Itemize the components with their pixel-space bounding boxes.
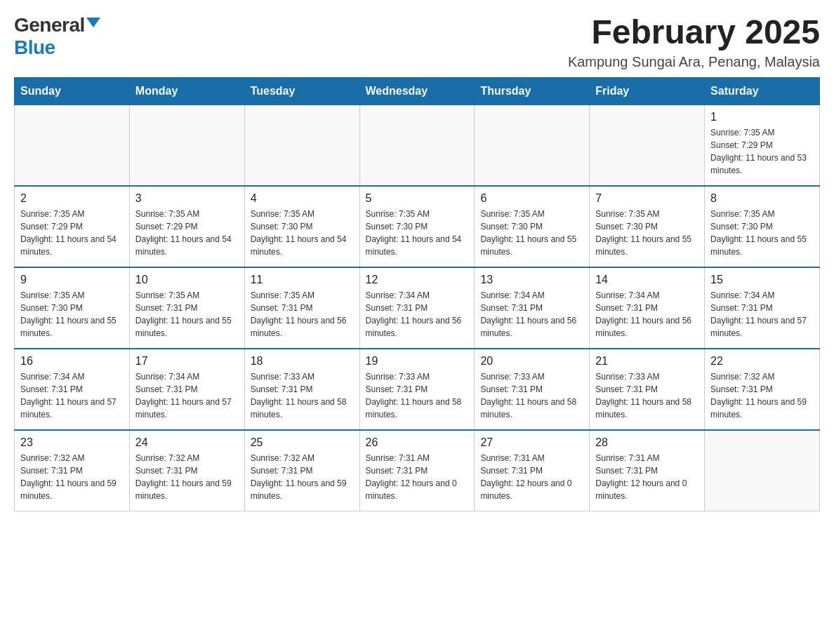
calendar-cell: 2Sunrise: 7:35 AMSunset: 7:29 PMDaylight…: [15, 186, 130, 267]
calendar-cell: 24Sunrise: 7:32 AMSunset: 7:31 PMDayligh…: [129, 430, 244, 511]
day-number: 4: [251, 192, 354, 205]
calendar-cell: 9Sunrise: 7:35 AMSunset: 7:30 PMDaylight…: [15, 267, 130, 349]
calendar-cell: [15, 105, 130, 186]
calendar-cell: 4Sunrise: 7:35 AMSunset: 7:30 PMDaylight…: [244, 186, 359, 267]
col-wednesday: Wednesday: [359, 77, 475, 105]
day-number: 20: [480, 355, 583, 368]
calendar-cell: 19Sunrise: 7:33 AMSunset: 7:31 PMDayligh…: [359, 349, 475, 430]
day-number: 16: [20, 355, 124, 368]
calendar-cell: 11Sunrise: 7:35 AMSunset: 7:31 PMDayligh…: [244, 267, 359, 349]
sun-info: Sunrise: 7:35 AMSunset: 7:30 PMDaylight:…: [710, 208, 814, 258]
sun-info: Sunrise: 7:35 AMSunset: 7:30 PMDaylight:…: [20, 289, 124, 340]
calendar-cell: 25Sunrise: 7:32 AMSunset: 7:31 PMDayligh…: [244, 430, 359, 511]
sun-info: Sunrise: 7:32 AMSunset: 7:31 PMDaylight:…: [251, 452, 354, 502]
day-number: 8: [710, 192, 814, 205]
col-friday: Friday: [590, 77, 705, 105]
logo-blue-text: Blue: [14, 36, 55, 59]
sun-info: Sunrise: 7:33 AMSunset: 7:31 PMDaylight:…: [366, 370, 469, 421]
calendar-cell: 15Sunrise: 7:34 AMSunset: 7:31 PMDayligh…: [705, 267, 820, 349]
calendar-cell: 21Sunrise: 7:33 AMSunset: 7:31 PMDayligh…: [590, 349, 705, 430]
calendar-cell: 18Sunrise: 7:33 AMSunset: 7:31 PMDayligh…: [244, 349, 359, 430]
col-monday: Monday: [129, 77, 244, 105]
logo-triangle-icon: [86, 18, 100, 27]
calendar-cell: 16Sunrise: 7:34 AMSunset: 7:31 PMDayligh…: [15, 349, 130, 430]
day-number: 25: [251, 436, 354, 449]
calendar-cell: 10Sunrise: 7:35 AMSunset: 7:31 PMDayligh…: [129, 267, 244, 349]
sun-info: Sunrise: 7:34 AMSunset: 7:31 PMDaylight:…: [710, 289, 814, 340]
location-subtitle: Kampung Sungai Ara, Penang, Malaysia: [568, 54, 820, 70]
day-number: 19: [366, 355, 469, 368]
sun-info: Sunrise: 7:32 AMSunset: 7:31 PMDaylight:…: [135, 452, 239, 502]
sun-info: Sunrise: 7:31 AMSunset: 7:31 PMDaylight:…: [595, 452, 699, 502]
page-header: General Blue February 2025 Kampung Sunga…: [14, 14, 820, 70]
sun-info: Sunrise: 7:33 AMSunset: 7:31 PMDaylight:…: [251, 370, 354, 421]
calendar-cell: 3Sunrise: 7:35 AMSunset: 7:29 PMDaylight…: [129, 186, 244, 267]
calendar-cell: [244, 105, 359, 186]
sun-info: Sunrise: 7:34 AMSunset: 7:31 PMDaylight:…: [20, 370, 124, 421]
day-number: 13: [480, 274, 583, 286]
day-number: 21: [595, 355, 699, 368]
calendar-cell: 26Sunrise: 7:31 AMSunset: 7:31 PMDayligh…: [359, 430, 475, 511]
calendar-cell: [129, 105, 244, 186]
calendar-cell: 27Sunrise: 7:31 AMSunset: 7:31 PMDayligh…: [475, 430, 590, 511]
day-number: 1: [710, 111, 814, 123]
day-number: 10: [135, 274, 239, 286]
sun-info: Sunrise: 7:33 AMSunset: 7:31 PMDaylight:…: [480, 370, 583, 421]
sun-info: Sunrise: 7:34 AMSunset: 7:31 PMDaylight:…: [135, 370, 239, 421]
calendar-cell: [475, 105, 590, 186]
calendar-cell: 5Sunrise: 7:35 AMSunset: 7:30 PMDaylight…: [359, 186, 475, 267]
col-sunday: Sunday: [15, 77, 130, 105]
calendar-cell: [590, 105, 705, 186]
day-number: 23: [20, 436, 124, 449]
calendar-week-row: 23Sunrise: 7:32 AMSunset: 7:31 PMDayligh…: [15, 430, 820, 511]
day-number: 5: [366, 192, 469, 205]
day-number: 9: [20, 274, 124, 286]
sun-info: Sunrise: 7:35 AMSunset: 7:30 PMDaylight:…: [595, 208, 699, 258]
day-number: 24: [135, 436, 239, 449]
sun-info: Sunrise: 7:35 AMSunset: 7:30 PMDaylight:…: [251, 208, 354, 258]
day-number: 7: [595, 192, 699, 205]
sun-info: Sunrise: 7:33 AMSunset: 7:31 PMDaylight:…: [595, 370, 699, 421]
calendar-week-row: 9Sunrise: 7:35 AMSunset: 7:30 PMDaylight…: [15, 267, 820, 349]
day-number: 17: [135, 355, 239, 368]
calendar-week-row: 1Sunrise: 7:35 AMSunset: 7:29 PMDaylight…: [15, 105, 820, 186]
calendar-cell: 28Sunrise: 7:31 AMSunset: 7:31 PMDayligh…: [590, 430, 705, 511]
calendar-cell: 8Sunrise: 7:35 AMSunset: 7:30 PMDaylight…: [705, 186, 820, 267]
sun-info: Sunrise: 7:35 AMSunset: 7:29 PMDaylight:…: [20, 208, 124, 258]
logo-general-text: General: [14, 14, 85, 36]
calendar-cell: 17Sunrise: 7:34 AMSunset: 7:31 PMDayligh…: [129, 349, 244, 430]
day-number: 11: [251, 274, 354, 286]
day-number: 28: [595, 436, 699, 449]
sun-info: Sunrise: 7:35 AMSunset: 7:29 PMDaylight:…: [710, 126, 814, 177]
calendar-cell: 1Sunrise: 7:35 AMSunset: 7:29 PMDaylight…: [705, 105, 820, 186]
day-number: 2: [20, 192, 124, 205]
calendar-cell: 23Sunrise: 7:32 AMSunset: 7:31 PMDayligh…: [15, 430, 130, 511]
sun-info: Sunrise: 7:31 AMSunset: 7:31 PMDaylight:…: [480, 452, 583, 502]
sun-info: Sunrise: 7:32 AMSunset: 7:31 PMDaylight:…: [20, 452, 124, 502]
day-number: 26: [366, 436, 469, 449]
sun-info: Sunrise: 7:35 AMSunset: 7:31 PMDaylight:…: [135, 289, 239, 340]
calendar-week-row: 2Sunrise: 7:35 AMSunset: 7:29 PMDaylight…: [15, 186, 820, 267]
day-number: 22: [710, 355, 814, 368]
sun-info: Sunrise: 7:31 AMSunset: 7:31 PMDaylight:…: [366, 452, 469, 502]
day-number: 14: [595, 274, 699, 286]
calendar-table: Sunday Monday Tuesday Wednesday Thursday…: [14, 77, 820, 511]
sun-info: Sunrise: 7:34 AMSunset: 7:31 PMDaylight:…: [595, 289, 699, 340]
day-number: 18: [251, 355, 354, 368]
calendar-cell: 6Sunrise: 7:35 AMSunset: 7:30 PMDaylight…: [475, 186, 590, 267]
calendar-week-row: 16Sunrise: 7:34 AMSunset: 7:31 PMDayligh…: [15, 349, 820, 430]
calendar-cell: [705, 430, 820, 511]
calendar-cell: 20Sunrise: 7:33 AMSunset: 7:31 PMDayligh…: [475, 349, 590, 430]
col-saturday: Saturday: [705, 77, 820, 105]
day-number: 15: [710, 274, 814, 286]
calendar-cell: 13Sunrise: 7:34 AMSunset: 7:31 PMDayligh…: [475, 267, 590, 349]
sun-info: Sunrise: 7:35 AMSunset: 7:30 PMDaylight:…: [480, 208, 583, 258]
sun-info: Sunrise: 7:35 AMSunset: 7:30 PMDaylight:…: [366, 208, 469, 258]
col-tuesday: Tuesday: [244, 77, 359, 105]
calendar-cell: 12Sunrise: 7:34 AMSunset: 7:31 PMDayligh…: [359, 267, 475, 349]
calendar-header-row: Sunday Monday Tuesday Wednesday Thursday…: [15, 77, 820, 105]
day-number: 27: [480, 436, 583, 449]
month-year-title: February 2025: [568, 14, 820, 51]
calendar-cell: 7Sunrise: 7:35 AMSunset: 7:30 PMDaylight…: [590, 186, 705, 267]
logo: General Blue: [14, 14, 100, 59]
